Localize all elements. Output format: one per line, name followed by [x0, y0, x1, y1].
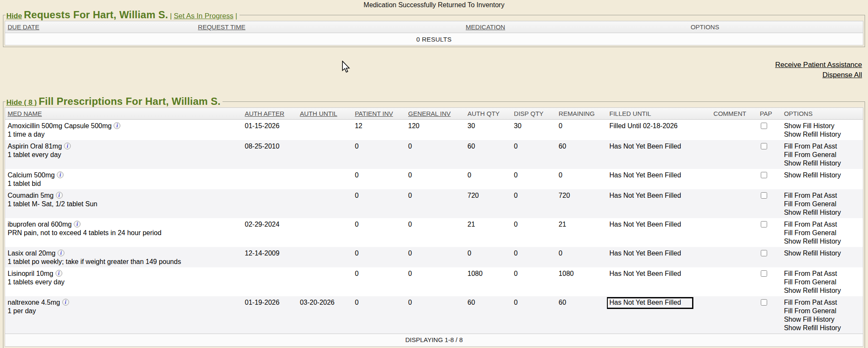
pap-cell [757, 120, 782, 140]
option-link-show-refill-history[interactable]: Show Refill History [784, 171, 860, 180]
patient-inv-cell: 0 [352, 296, 406, 334]
column-header-general-inv[interactable]: GENERAL INV [406, 108, 465, 120]
option-link-show-refill-history[interactable]: Show Refill History [784, 249, 860, 258]
option-link-show-fill-history[interactable]: Show Fill History [784, 315, 860, 324]
auth-until-cell [297, 120, 352, 140]
status-message: Medication Successfully Returned To Inve… [0, 0, 868, 9]
fill-hide-link[interactable]: Hide ( 8 ) [6, 98, 37, 107]
option-link-fill-from-pat-asst[interactable]: Fill From Pat Asst [784, 142, 860, 151]
pap-checkbox[interactable] [761, 192, 767, 199]
option-link-fill-from-general[interactable]: Fill From General [784, 151, 860, 159]
page: { "colors": { "page_background": "#F2EBD… [0, 0, 868, 348]
med-sig: 1 tablet M- Sat, 1/2 tablet Sun [8, 200, 240, 208]
comment-cell [711, 218, 757, 247]
general-inv-cell: 0 [406, 296, 465, 334]
patient-inv-cell: 0 [352, 247, 406, 267]
prescription-row: naltrexone 4.5mgi1 per day01-19-202603-2… [5, 296, 863, 334]
filled-until-cell: Has Not Yet Been Filled [607, 218, 711, 247]
options-cell: Show Refill History [782, 169, 863, 189]
fill-section-title: Fill Prescriptions For Hart, William S. [39, 95, 220, 107]
med-name: Lasix oral 20mg [8, 250, 56, 257]
option-link-show-refill-history[interactable]: Show Refill History [784, 286, 860, 295]
column-header-request-time[interactable]: REQUEST TIME [195, 21, 463, 33]
option-link-fill-from-general[interactable]: Fill From General [784, 229, 860, 237]
info-icon[interactable]: i [74, 221, 81, 227]
pap-checkbox[interactable] [761, 123, 767, 129]
auth-until-cell [297, 189, 352, 218]
info-icon[interactable]: i [57, 171, 64, 178]
option-link-show-refill-history[interactable]: Show Refill History [784, 237, 860, 246]
info-icon[interactable]: i [56, 270, 62, 277]
disp-qty-cell: 0 [512, 218, 556, 247]
pap-cell [757, 218, 782, 247]
option-link-fill-from-pat-asst[interactable]: Fill From Pat Asst [784, 269, 860, 278]
remaining-cell: 0 [556, 120, 607, 140]
option-link-fill-from-general[interactable]: Fill From General [784, 200, 860, 208]
option-link-fill-from-pat-asst[interactable]: Fill From Pat Asst [784, 220, 860, 229]
fill-prescriptions-section: Hide ( 8 ) Fill Prescriptions For Hart, … [3, 95, 865, 348]
option-link-fill-from-general[interactable]: Fill From General [784, 278, 860, 286]
med-sig: 1 tablet po weekly; take if weight great… [8, 258, 240, 266]
pap-checkbox[interactable] [761, 221, 767, 227]
option-link-show-refill-history[interactable]: Show Refill History [784, 324, 860, 332]
remaining-cell: 21 [556, 218, 607, 247]
pap-checkbox[interactable] [761, 270, 767, 277]
pap-checkbox[interactable] [761, 143, 767, 149]
comment-cell [711, 120, 757, 140]
info-icon[interactable]: i [58, 250, 64, 256]
option-link-show-fill-history[interactable]: Show Fill History [784, 122, 860, 130]
patient-inv-cell: 0 [352, 267, 406, 296]
comment-cell [711, 169, 757, 189]
column-header-comment: COMMENT [711, 108, 757, 120]
filled-until-cell: Has Not Yet Been Filled [607, 140, 711, 169]
disp-qty-cell: 0 [512, 169, 556, 189]
column-header-medication[interactable]: MEDICATION [463, 21, 688, 33]
info-icon[interactable]: i [56, 192, 63, 199]
med-name: Lisinopril 10mg [8, 270, 53, 277]
column-header-auth-after[interactable]: AUTH AFTER [242, 108, 298, 120]
set-as-in-progress-link[interactable]: Set As In Progress [174, 12, 234, 20]
column-header-due-date[interactable]: DUE DATE [5, 21, 196, 33]
column-header-patient-inv[interactable]: PATIENT INV [352, 108, 406, 120]
auth-qty-cell: 60 [465, 296, 512, 334]
column-header-med-name[interactable]: MED NAME [5, 108, 242, 120]
info-icon[interactable]: i [114, 122, 120, 129]
pap-checkbox[interactable] [761, 250, 767, 256]
pap-cell [757, 140, 782, 169]
pap-checkbox[interactable] [761, 172, 767, 178]
option-link-show-refill-history[interactable]: Show Refill History [784, 159, 860, 168]
options-cell: Fill From Pat AsstFill From GeneralShow … [782, 296, 863, 334]
auth-after-cell: 01-15-2026 [242, 120, 298, 140]
patient-inv-cell: 0 [352, 140, 406, 169]
prescription-row: Calcium 500mgi1 tablet bid00000Has Not Y… [5, 169, 863, 189]
option-link-show-refill-history[interactable]: Show Refill History [784, 208, 860, 217]
pap-checkbox[interactable] [761, 299, 767, 306]
auth-until-cell [297, 218, 352, 247]
info-icon[interactable]: i [62, 299, 69, 306]
column-header-auth-until[interactable]: AUTH UNTIL [297, 108, 352, 120]
options-cell: Fill From Pat AsstFill From GeneralShow … [782, 267, 863, 296]
option-link-fill-from-pat-asst[interactable]: Fill From Pat Asst [784, 298, 860, 307]
option-link-show-refill-history[interactable]: Show Refill History [784, 130, 860, 139]
pap-cell [757, 189, 782, 218]
receive-patient-assistance-link[interactable]: Receive Patient Assistance [0, 60, 862, 70]
comment-cell [711, 140, 757, 169]
options-cell: Fill From Pat AsstFill From GeneralShow … [782, 218, 863, 247]
comment-cell [711, 189, 757, 218]
med-name: Calcium 500mg [8, 171, 55, 179]
dispense-all-link[interactable]: Dispense All [0, 70, 862, 80]
option-link-fill-from-general[interactable]: Fill From General [784, 307, 860, 315]
requests-empty-text: 0 RESULTS [5, 33, 863, 45]
med-name-cell: Aspirin Oral 81mgi1 tablet every day [5, 140, 242, 169]
filled-until-cell: Has Not Yet Been Filled [607, 267, 711, 296]
fill-table-footer-row: DISPLAYING 1-8 / 8 [5, 334, 863, 347]
info-icon[interactable]: i [64, 143, 71, 149]
med-name-cell: Lisinopril 10mgi1 tablets every day [5, 267, 242, 296]
requests-hide-link[interactable]: Hide [6, 12, 22, 20]
disp-qty-cell: 0 [512, 296, 556, 334]
general-inv-cell: 120 [406, 120, 465, 140]
remaining-cell: 1080 [556, 267, 607, 296]
med-name-cell: Amoxicillin 500mg Capsule 500mgi1 time a… [5, 120, 242, 140]
option-link-fill-from-pat-asst[interactable]: Fill From Pat Asst [784, 191, 860, 200]
column-header-options: OPTIONS [782, 108, 863, 120]
